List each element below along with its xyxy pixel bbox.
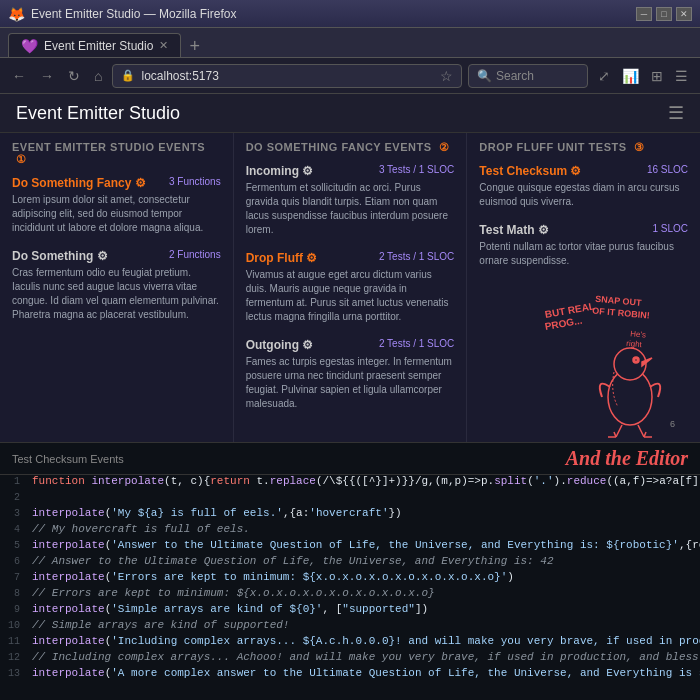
code-line: 3 interpolate('My ${a} is full of eels.'… <box>0 507 700 523</box>
code-area[interactable]: 1 function interpolate(t, c){return t.re… <box>0 475 700 700</box>
list-item: Do Something ⚙ 2 Functions Cras fermentu… <box>12 249 221 322</box>
code-line: 7 interpolate('Errors are kept to minimu… <box>0 571 700 587</box>
title-bar: 🦊 Event Emitter Studio — Mozilla Firefox… <box>0 0 700 28</box>
maximize-button[interactable]: □ <box>656 7 672 21</box>
event-desc-outgoing: Fames ac turpis egestas integer. In ferm… <box>246 355 455 411</box>
event-meta-testmath: 1 SLOC <box>652 223 688 234</box>
svg-line-14 <box>614 432 616 437</box>
event-header-checksum: Test Checksum ⚙ 16 SLOC <box>479 164 688 178</box>
search-label: Search <box>496 69 534 83</box>
event-header-testmath: Test Math ⚙ 1 SLOC <box>479 223 688 237</box>
event-meta-incoming: 3 Tests / 1 SLOC <box>379 164 454 175</box>
refresh-button[interactable]: ↻ <box>64 66 84 86</box>
list-item: Incoming ⚙ 3 Tests / 1 SLOC Fermentum et… <box>246 164 455 237</box>
list-item: Do Something Fancy ⚙ 3 Functions Lorem i… <box>12 176 221 235</box>
svg-text:OF IT ROBIN!: OF IT ROBIN! <box>592 306 650 321</box>
code-line: 5 interpolate('Answer to the Ultimate Qu… <box>0 539 700 555</box>
badge-3: ③ <box>634 141 645 153</box>
code-line: 6 // Answer to the Ultimate Question of … <box>0 555 700 571</box>
svg-text:He's: He's <box>630 329 646 339</box>
app-header: Event Emitter Studio ☰ <box>0 94 700 133</box>
svg-line-12 <box>638 425 644 437</box>
list-item: Test Checksum ⚙ 16 SLOC Congue quisque e… <box>479 164 688 209</box>
address-input[interactable]: 🔒 localhost:5173 ☆ <box>112 64 462 88</box>
event-meta-checksum: 16 SLOC <box>647 164 688 175</box>
svg-marker-10 <box>642 358 652 366</box>
code-section-title: Test Checksum Events <box>12 453 124 465</box>
event-name-test-math[interactable]: Test Math ⚙ <box>479 223 548 237</box>
event-meta-0: 3 Functions <box>169 176 221 187</box>
event-desc-0: Lorem ipsum dolor sit amet, consectetur … <box>12 193 221 235</box>
url-display: localhost:5173 <box>141 69 218 83</box>
svg-line-16 <box>644 432 646 437</box>
tab-bar: 💜 Event Emitter Studio ✕ + <box>0 28 700 58</box>
window-title: Event Emitter Studio — Mozilla Firefox <box>31 7 630 21</box>
event-header-incoming: Incoming ⚙ 3 Tests / 1 SLOC <box>246 164 455 178</box>
column-3: Drop Fluff Unit Tests ③ Test Checksum ⚙ … <box>467 133 700 442</box>
home-button[interactable]: ⌂ <box>90 66 106 86</box>
back-button[interactable]: ← <box>8 66 30 86</box>
doodle-image: BUT REAL PROG... SNAP OUT OF IT ROBIN! H… <box>540 282 700 442</box>
svg-point-6 <box>608 369 652 425</box>
svg-text:PROG...: PROG... <box>544 315 583 332</box>
and-the-editor-text: And the Editor <box>566 447 688 470</box>
top-section: Event Emitter Studio Events ① Do Somethi… <box>0 133 700 443</box>
list-item: Test Math ⚙ 1 SLOC Potenti nullam ac tor… <box>479 223 688 268</box>
column-2: Do Something Fancy Events ② Incoming ⚙ 3… <box>234 133 468 442</box>
active-tab[interactable]: 💜 Event Emitter Studio ✕ <box>8 33 181 57</box>
code-line: 4 // My hovercraft is full of eels. <box>0 523 700 539</box>
code-line: 12 // Including complex arrays... Achooo… <box>0 651 700 667</box>
column-3-title: Drop Fluff Unit Tests ③ <box>479 141 688 154</box>
event-header-1: Do Something ⚙ 2 Functions <box>12 249 221 263</box>
code-line: 10 // Simple arrays are kind of supporte… <box>0 619 700 635</box>
event-desc-incoming: Fermentum et sollicitudin ac orci. Purus… <box>246 181 455 237</box>
svg-text:6: 6 <box>670 419 675 429</box>
bookmark-icon[interactable]: ☆ <box>440 68 453 84</box>
editor-banner: Test Checksum Events And the Editor <box>0 443 700 475</box>
event-name-incoming[interactable]: Incoming ⚙ <box>246 164 314 178</box>
toolbar-icons: ⤢ 📊 ⊞ ☰ <box>594 66 692 86</box>
svg-text:SNAP OUT: SNAP OUT <box>595 294 643 308</box>
column-1-title: Event Emitter Studio Events ① <box>12 141 221 166</box>
search-box[interactable]: 🔍 Search <box>468 64 588 88</box>
event-desc-testmath: Potenti nullam ac tortor vitae purus fau… <box>479 240 688 268</box>
event-name-do-something[interactable]: Do Something ⚙ <box>12 249 108 263</box>
event-name-outgoing[interactable]: Outgoing ⚙ <box>246 338 314 352</box>
svg-text:right: right <box>626 339 643 349</box>
event-desc-dropfluff: Vivamus at augue eget arcu dictum varius… <box>246 268 455 324</box>
minimize-button[interactable]: ─ <box>636 7 652 21</box>
event-name-test-checksum[interactable]: Test Checksum ⚙ <box>479 164 581 178</box>
sync-icon[interactable]: ⊞ <box>647 66 667 86</box>
app-container: Event Emitter Studio ☰ Event Emitter Stu… <box>0 94 700 700</box>
address-bar: ← → ↻ ⌂ 🔒 localhost:5173 ☆ 🔍 Search ⤢ 📊 … <box>0 58 700 94</box>
badge-2: ② <box>439 141 450 153</box>
new-tab-button[interactable]: + <box>181 36 208 57</box>
forward-button[interactable]: → <box>36 66 58 86</box>
tab-icon: 💜 <box>21 38 38 54</box>
list-item: Outgoing ⚙ 2 Tests / 1 SLOC Fames ac tur… <box>246 338 455 411</box>
lock-icon: 🔒 <box>121 69 135 82</box>
column-2-title: Do Something Fancy Events ② <box>246 141 455 154</box>
svg-line-11 <box>616 425 622 437</box>
code-line: 11 interpolate('Including complex arrays… <box>0 635 700 651</box>
event-header: Do Something Fancy ⚙ 3 Functions <box>12 176 221 190</box>
close-button[interactable]: ✕ <box>676 7 692 21</box>
firefox-icon: 🦊 <box>8 6 25 22</box>
window-controls: ─ □ ✕ <box>636 7 692 21</box>
more-icon[interactable]: ☰ <box>671 66 692 86</box>
hamburger-menu-icon[interactable]: ☰ <box>668 102 684 124</box>
event-name-do-something-fancy[interactable]: Do Something Fancy ⚙ <box>12 176 146 190</box>
event-meta-1: 2 Functions <box>169 249 221 260</box>
list-item: Drop Fluff ⚙ 2 Tests / 1 SLOC Vivamus at… <box>246 251 455 324</box>
app-title: Event Emitter Studio <box>16 103 180 124</box>
tab-close-button[interactable]: ✕ <box>159 39 168 52</box>
svg-point-7 <box>614 348 646 380</box>
bookmarks-icon[interactable]: 📊 <box>618 66 643 86</box>
expand-icon[interactable]: ⤢ <box>594 66 614 86</box>
event-header-dropfluff: Drop Fluff ⚙ 2 Tests / 1 SLOC <box>246 251 455 265</box>
column-1: Event Emitter Studio Events ① Do Somethi… <box>0 133 234 442</box>
svg-point-8 <box>633 357 639 363</box>
event-name-drop-fluff[interactable]: Drop Fluff ⚙ <box>246 251 318 265</box>
code-line: 9 interpolate('Simple arrays are kind of… <box>0 603 700 619</box>
search-icon: 🔍 <box>477 69 492 83</box>
